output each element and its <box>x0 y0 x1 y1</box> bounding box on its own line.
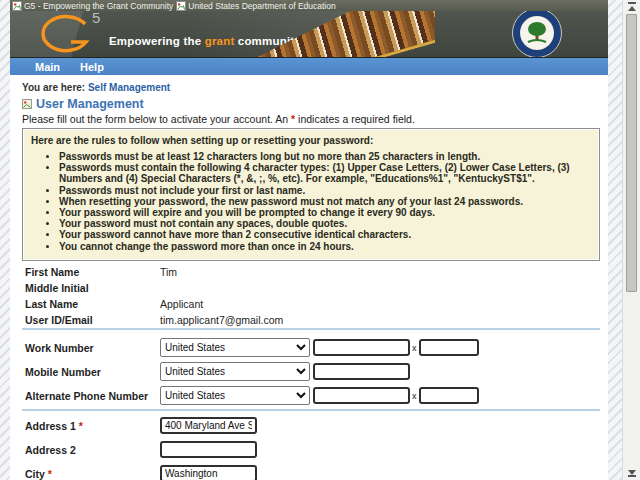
menu-item-main[interactable]: Main <box>35 61 60 73</box>
work-number-input[interactable] <box>313 339 410 356</box>
mobile-number-label: Mobile Number <box>25 366 160 378</box>
top-link-g5-label: G5 - Empowering the Grant Community <box>24 1 173 11</box>
required-asterisk: * <box>45 468 52 480</box>
alternate-ext-separator: x <box>412 391 417 401</box>
section-divider <box>22 409 600 411</box>
city-input[interactable] <box>160 465 257 480</box>
password-rule: When resetting your password, the new pa… <box>59 196 591 207</box>
top-link-ed-label: United States Department of Education <box>188 1 335 11</box>
g5-banner: 5 Empowering the grant community. <box>10 11 608 57</box>
password-rule: Passwords must be at least 12 characters… <box>59 151 591 162</box>
password-rules-box: Here are the rules to follow when settin… <box>22 128 600 261</box>
address-section: Address 1 * Address 2 City * State * + D… <box>10 414 608 480</box>
password-rules-list: Passwords must be at least 12 characters… <box>31 151 591 252</box>
first-name-row: First Name Tim <box>25 264 608 280</box>
broken-image-icon <box>176 1 186 11</box>
last-name-label: Last Name <box>25 298 160 310</box>
work-number-ext-input[interactable] <box>419 339 479 356</box>
city-label: City * <box>25 468 160 480</box>
profile-section: First Name Tim Middle Initial Last Name … <box>10 264 608 328</box>
g5-logo-icon <box>38 14 94 56</box>
top-alt-strip: G5 - Empowering the Grant Community Unit… <box>10 0 608 11</box>
address2-input[interactable] <box>160 441 257 458</box>
breadcrumb-prefix: You are here: <box>22 82 88 93</box>
alternate-number-country-select[interactable]: United States <box>160 386 310 405</box>
middle-initial-row: Middle Initial <box>25 280 608 296</box>
scroll-up-button[interactable] <box>627 2 637 11</box>
password-rule: Your password cannot have more than 2 co… <box>59 229 591 240</box>
password-rule: You cannot change the password more than… <box>59 241 591 252</box>
broken-image-icon <box>22 99 32 109</box>
section-divider <box>22 328 600 330</box>
scrollbar-thumb[interactable] <box>626 14 637 292</box>
breadcrumb-link-self-management[interactable]: Self Management <box>88 82 170 93</box>
scroll-down-button[interactable] <box>627 469 637 478</box>
alternate-number-ext-input[interactable] <box>419 387 479 404</box>
password-rule: Your password must not contain any space… <box>59 218 591 229</box>
work-number-row: Work Number United States x <box>25 336 608 360</box>
mobile-number-row: Mobile Number United States <box>25 360 608 384</box>
address1-row: Address 1 * <box>25 414 608 438</box>
main-menu-bar: Main Help <box>10 57 608 75</box>
address2-row: Address 2 <box>25 438 608 462</box>
page-title-text: User Management <box>36 97 144 111</box>
g5-logo-number: 5 <box>92 11 100 26</box>
mobile-number-input[interactable] <box>313 363 410 380</box>
user-id-email-label: User ID/Email <box>25 314 160 326</box>
broken-image-icon <box>12 1 22 11</box>
user-id-email-value: tim.applicant7@gmail.com <box>160 314 283 326</box>
first-name-label: First Name <box>25 266 160 278</box>
user-id-email-row: User ID/Email tim.applicant7@gmail.com <box>25 312 608 328</box>
work-number-country-select[interactable]: United States <box>160 338 310 357</box>
address1-input[interactable] <box>160 417 257 434</box>
page-title: User Management <box>22 97 608 111</box>
last-name-row: Last Name Applicant <box>25 296 608 312</box>
password-rule: Passwords must contain the following 4 c… <box>59 162 591 184</box>
mobile-number-country-select[interactable]: United States <box>160 362 310 381</box>
alternate-number-row: Alternate Phone Number United States x <box>25 384 608 408</box>
required-asterisk: * <box>76 420 83 432</box>
scroll-up-icon <box>628 6 636 11</box>
city-row: City * <box>25 462 608 480</box>
password-rule: Your password will expire and you will b… <box>59 207 591 218</box>
top-link-ed: United States Department of Education <box>176 1 335 11</box>
top-link-g5: G5 - Empowering the Grant Community <box>12 1 173 11</box>
alternate-number-label: Alternate Phone Number <box>25 390 160 402</box>
page: G5 - Empowering the Grant Community Unit… <box>10 0 608 480</box>
vertical-scrollbar[interactable] <box>622 0 640 480</box>
last-name-value: Applicant <box>160 298 203 310</box>
menu-item-help[interactable]: Help <box>80 61 104 73</box>
first-name-value: Tim <box>160 266 177 278</box>
address2-label: Address 2 <box>25 444 160 456</box>
dept-of-education-seal-icon <box>512 11 562 57</box>
work-ext-separator: x <box>412 343 417 353</box>
alternate-number-input[interactable] <box>313 387 410 404</box>
breadcrumb: You are here: Self Management <box>22 82 608 93</box>
intro-text: Please fill out the form below to activa… <box>22 113 608 124</box>
password-rules-title: Here are the rules to follow when settin… <box>31 135 591 147</box>
work-number-label: Work Number <box>25 342 160 354</box>
address1-label: Address 1 * <box>25 420 160 432</box>
middle-initial-label: Middle Initial <box>25 282 160 294</box>
password-rule: Passwords must not include your first or… <box>59 185 591 196</box>
phone-section: Work Number United States x Mobile Numbe… <box>10 336 608 408</box>
library-photo <box>220 11 435 57</box>
